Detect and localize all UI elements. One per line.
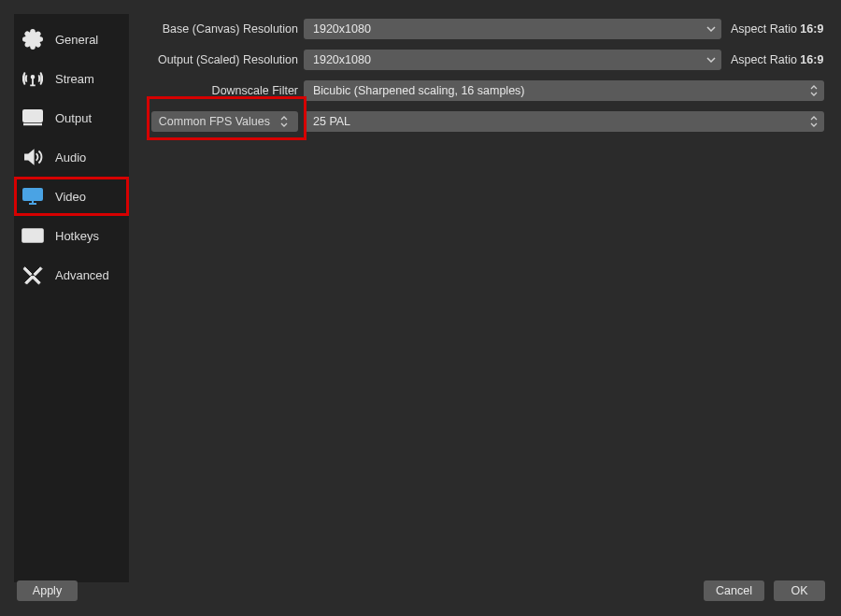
- output-resolution-combo[interactable]: 1920x1080: [304, 50, 721, 70]
- tools-icon: [20, 262, 46, 288]
- sidebar-item-hotkeys[interactable]: Hotkeys: [14, 216, 129, 255]
- base-resolution-row: Base (Canvas) Resolution 1920x1080 Aspec…: [145, 19, 824, 39]
- svg-rect-3: [23, 189, 42, 200]
- settings-sidebar: General Stream Output Audio Video Hotkey…: [14, 14, 129, 582]
- sidebar-item-label: Hotkeys: [55, 229, 99, 243]
- output-resolution-row: Output (Scaled) Resolution 1920x1080 Asp…: [145, 50, 824, 70]
- ok-button[interactable]: OK: [774, 580, 825, 601]
- fps-type-selector[interactable]: Common FPS Values: [151, 111, 298, 132]
- cancel-button[interactable]: Cancel: [704, 580, 764, 601]
- base-aspect-ratio: Aspect Ratio 16:9: [721, 22, 824, 36]
- sidebar-item-output[interactable]: Output: [14, 98, 129, 137]
- antenna-icon: [20, 65, 46, 92]
- sidebar-item-stream[interactable]: Stream: [14, 59, 129, 98]
- sidebar-item-label: Video: [55, 190, 86, 204]
- apply-button[interactable]: Apply: [17, 580, 78, 601]
- sidebar-item-video[interactable]: Video: [14, 177, 129, 216]
- sidebar-item-general[interactable]: General: [14, 20, 129, 59]
- svg-rect-2: [23, 110, 42, 122]
- base-resolution-label: Base (Canvas) Resolution: [145, 22, 304, 36]
- base-resolution-value: 1920x1080: [313, 22, 371, 36]
- output-resolution-label: Output (Scaled) Resolution: [145, 53, 304, 66]
- fps-type-label: Common FPS Values: [159, 115, 270, 128]
- gear-icon: [20, 26, 46, 52]
- speaker-icon: [20, 144, 46, 170]
- sidebar-item-audio[interactable]: Audio: [14, 137, 129, 177]
- spinner-icon: [804, 80, 824, 101]
- chevron-down-icon: [701, 50, 721, 70]
- keyboard-icon: [20, 222, 46, 249]
- sidebar-item-label: General: [55, 33, 98, 47]
- svg-rect-4: [22, 229, 43, 242]
- fps-value-combo[interactable]: 25 PAL: [304, 111, 824, 132]
- spinner-icon: [278, 116, 291, 127]
- output-aspect-ratio: Aspect Ratio 16:9: [721, 53, 824, 66]
- sidebar-item-advanced[interactable]: Advanced: [14, 255, 129, 294]
- downscale-filter-value: Bicubic (Sharpened scaling, 16 samples): [313, 84, 525, 97]
- chevron-down-icon: [701, 19, 721, 39]
- sidebar-item-label: Output: [55, 111, 92, 125]
- base-resolution-combo[interactable]: 1920x1080: [304, 19, 721, 39]
- fps-row: Common FPS Values 25 PAL: [145, 111, 824, 132]
- video-settings-form: Base (Canvas) Resolution 1920x1080 Aspec…: [145, 19, 824, 142]
- sidebar-item-label: Stream: [55, 72, 94, 86]
- output-resolution-value: 1920x1080: [313, 53, 371, 66]
- downscale-filter-row: Downscale Filter Bicubic (Sharpened scal…: [145, 80, 824, 101]
- output-icon: [20, 105, 46, 131]
- downscale-filter-combo[interactable]: Bicubic (Sharpened scaling, 16 samples): [304, 80, 824, 101]
- sidebar-item-label: Advanced: [55, 268, 109, 282]
- downscale-filter-label: Downscale Filter: [145, 84, 304, 97]
- monitor-icon: [20, 183, 46, 209]
- spinner-icon: [804, 111, 824, 132]
- fps-value: 25 PAL: [313, 115, 350, 128]
- sidebar-item-label: Audio: [55, 150, 86, 165]
